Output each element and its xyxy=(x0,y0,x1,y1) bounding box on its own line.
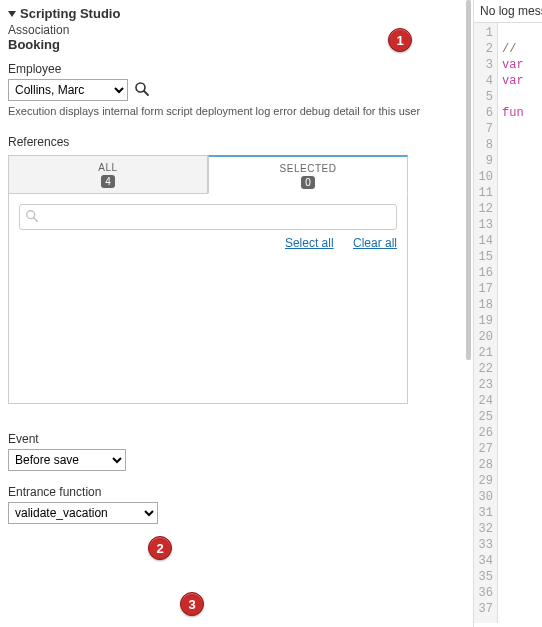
tab-all[interactable]: ALL 4 xyxy=(8,155,208,193)
entrance-function-select[interactable]: validate_vacation xyxy=(8,502,158,524)
log-header: No log messa xyxy=(474,0,542,23)
code-pane: No log messa 123456789101112131415161718… xyxy=(473,0,542,627)
references-box: Select all Clear all xyxy=(8,194,408,404)
event-label: Event xyxy=(8,432,457,446)
employee-help-text: Execution displays internal form script … xyxy=(8,105,438,119)
references-tabs: ALL 4 SELECTED 0 xyxy=(8,155,408,194)
panel-title: Scripting Studio xyxy=(20,6,120,21)
collapse-caret-icon[interactable] xyxy=(8,11,16,17)
code-line-5: fun xyxy=(502,106,524,120)
clear-all-link[interactable]: Clear all xyxy=(353,236,397,250)
callout-3: 3 xyxy=(180,592,204,616)
tab-all-label: ALL xyxy=(9,162,207,173)
tab-all-count: 4 xyxy=(101,175,115,188)
splitter-handle-icon[interactable] xyxy=(466,0,471,360)
code-line-3: var xyxy=(502,74,524,88)
tab-selected-label: SELECTED xyxy=(209,163,407,174)
code-line-1: // xyxy=(502,42,516,56)
code-editor[interactable]: // var var fun xyxy=(498,23,542,623)
references-label: References xyxy=(8,135,457,149)
callout-2: 2 xyxy=(148,536,172,560)
employee-label: Employee xyxy=(8,62,457,76)
entrance-function-label: Entrance function xyxy=(8,485,457,499)
pane-splitter[interactable] xyxy=(465,0,473,627)
filter-search-icon xyxy=(25,209,39,223)
callout-1: 1 xyxy=(388,28,412,52)
references-filter-input[interactable] xyxy=(19,204,397,230)
tab-selected[interactable]: SELECTED 0 xyxy=(208,155,408,194)
svg-line-3 xyxy=(34,218,38,222)
svg-line-1 xyxy=(144,91,148,95)
select-all-link[interactable]: Select all xyxy=(285,236,334,250)
search-icon[interactable] xyxy=(134,81,150,100)
code-line-2: var xyxy=(502,58,524,72)
employee-select[interactable]: Collins, Marc xyxy=(8,79,128,101)
tab-selected-count: 0 xyxy=(301,176,315,189)
line-number-gutter: 1234567891011121314151617181920212223242… xyxy=(474,23,498,623)
panel-header[interactable]: Scripting Studio xyxy=(8,6,457,21)
scripting-studio-panel: Scripting Studio Association Booking Emp… xyxy=(0,0,465,627)
event-select[interactable]: Before save xyxy=(8,449,126,471)
